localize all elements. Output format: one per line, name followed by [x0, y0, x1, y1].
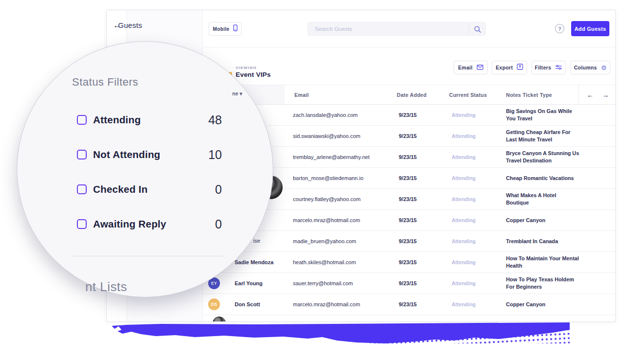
topbar: Mobile ? Add Guests	[203, 10, 616, 47]
guest-notes: Getting Cheap Airfare For Last Minute Tr…	[506, 129, 580, 143]
guest-date-added: 9/23/15	[399, 133, 417, 139]
filters-button[interactable]: Filters	[531, 61, 566, 74]
guest-status: Attending	[452, 301, 476, 307]
filters-button-label: Filters	[535, 65, 552, 70]
checkbox[interactable]	[77, 219, 87, 229]
guest-email: sauer.terry@hotmail.com	[293, 280, 353, 286]
guest-email: barton_mose@stiedemann.io	[293, 175, 363, 181]
torn-paper-decoration	[112, 321, 570, 345]
guest-name: Sadie Mendoza	[235, 259, 273, 265]
export-button-label: Export	[496, 65, 513, 70]
table-row[interactable]: zach.lansdale@yahoo.com9/23/15AttendingB…	[203, 105, 616, 126]
filter-label: Awaiting Reply	[93, 218, 166, 230]
page-title: Guests	[118, 21, 142, 29]
guest-status: Attending	[452, 217, 476, 223]
filter-count: 0	[215, 182, 222, 197]
avatar: DS	[208, 298, 220, 310]
guest-status: Attending	[452, 238, 476, 244]
export-icon	[517, 63, 523, 72]
email-button[interactable]: Email	[454, 61, 488, 74]
status-filters-heading: Status Filters	[72, 76, 138, 89]
guest-date-added: 9/23/15	[399, 154, 417, 160]
guest-date-added: 9/23/15	[399, 301, 417, 307]
table-header: Email Date Added Current Status Notes Ti…	[203, 85, 616, 105]
guest-notes: How To Play Texas Holdem For Beginners	[506, 276, 580, 291]
status-filter-item[interactable]: Attending48	[77, 109, 222, 131]
event-lists-heading-fragment: nt Lists	[85, 279, 127, 295]
table-row[interactable]: DSDon Scottmarcelo.mraz@hotmail.com9/23/…	[203, 294, 616, 315]
guest-notes: Big Savings On Gas While You Travel	[506, 108, 580, 122]
filter-label: Attending	[93, 114, 141, 126]
guest-date-added: 9/23/15	[399, 175, 417, 181]
checkbox[interactable]	[77, 115, 87, 125]
prev-page-arrow-icon[interactable]: ←	[587, 91, 594, 99]
filter-label: Not Attending	[93, 149, 160, 160]
filter-label: Checked In	[93, 183, 147, 195]
mobile-toggle-button[interactable]: Mobile	[209, 22, 241, 36]
name-header-fragment[interactable]: ne ▾	[232, 91, 242, 96]
guest-status: Attending	[452, 280, 476, 286]
table-row[interactable]: Sadie Mendozaheath.skiles@hotmail.com9/2…	[203, 252, 616, 273]
guest-email: tremblay_arlene@abernathy.net	[293, 154, 370, 160]
filter-count: 48	[208, 113, 222, 127]
status-filter-item[interactable]: Checked In0	[77, 179, 222, 200]
guest-status: Attending	[452, 196, 476, 202]
checkbox[interactable]	[77, 184, 87, 194]
guest-date-added: 9/23/15	[399, 217, 417, 223]
checkbox[interactable]	[77, 150, 87, 159]
guest-email: zach.lansdale@yahoo.com	[293, 112, 358, 118]
viewing-strip: VIEWING Event VIPs Email Export Filters	[203, 47, 616, 85]
header-notes-ticket-type[interactable]: Notes Ticket Type	[506, 92, 552, 98]
email-button-label: Email	[458, 65, 473, 70]
guest-notes: Tremblant In Canada	[506, 238, 580, 245]
guest-email: marcelo.mraz@hotmail.com	[293, 217, 360, 223]
columns-button[interactable]: Columns ⚙	[570, 61, 610, 74]
guest-email: courtney.flatley@yahoo.com	[293, 196, 361, 202]
gear-icon: ⚙	[601, 65, 607, 71]
guest-status: Attending	[452, 133, 476, 139]
filter-count: 0	[215, 217, 222, 231]
guest-email: marcelo.mraz@hotmail.com	[293, 301, 360, 307]
guest-status: Attending	[452, 175, 476, 181]
envelope-icon	[477, 63, 483, 72]
section-divider	[73, 256, 223, 256]
search-icon[interactable]	[474, 25, 482, 33]
header-current-status[interactable]: Current Status	[449, 92, 487, 98]
next-page-arrow-icon[interactable]: →	[602, 91, 609, 99]
add-guests-button[interactable]: Add Guests	[571, 21, 609, 36]
guest-email: madie_bruen@yahoo.com	[293, 238, 356, 244]
table-row[interactable]: EYEarl Youngsauer.terry@hotmail.com9/23/…	[203, 273, 616, 294]
guest-email: heath.skiles@hotmail.com	[293, 259, 356, 265]
filter-count: 10	[208, 148, 222, 162]
guest-date-added: 9/23/15	[399, 238, 417, 244]
guest-status: Attending	[452, 112, 476, 118]
search-box	[308, 22, 486, 36]
table-row[interactable]: madie_bruen@yahoo.com9/23/15AttendingTre…	[203, 231, 616, 252]
search-input[interactable]	[308, 23, 468, 35]
guest-date-added: 9/23/15	[399, 259, 417, 265]
guest-date-added: 9/23/15	[399, 280, 417, 286]
guest-name: Don Scott	[235, 301, 260, 307]
status-filter-item[interactable]: Not Attending10	[77, 144, 222, 165]
pagination-divider	[579, 85, 579, 104]
guest-email: sid.swaniawski@yahoo.com	[293, 133, 361, 139]
header-date-added[interactable]: Date Added	[397, 92, 427, 98]
mobile-label: Mobile	[213, 26, 229, 32]
guest-notes: How To Maintain Your Mental Health	[506, 255, 580, 270]
sliders-icon	[555, 63, 562, 72]
guest-notes: Cheap Romantic Vacations	[506, 175, 580, 182]
header-email[interactable]: Email	[294, 92, 309, 98]
status-filter-item[interactable]: Awaiting Reply0	[77, 213, 222, 235]
magnifier-circle: Status Filters Attending48Not Attending1…	[17, 41, 273, 297]
guest-name: Earl Young	[235, 280, 263, 286]
help-icon[interactable]: ?	[555, 24, 564, 33]
viewing-eyebrow: VIEWING	[236, 66, 257, 70]
guest-notes: What Makes A Hotel Boutique	[506, 192, 580, 206]
export-button[interactable]: Export	[492, 61, 527, 74]
guest-notes: Copper Canyon	[506, 217, 580, 224]
guest-name-fragment: ise	[253, 238, 260, 244]
guest-status: Attending	[452, 154, 476, 160]
columns-button-label: Columns	[574, 65, 597, 70]
page: { "app": { "title": "Guests", "icons": {…	[0, 0, 627, 364]
phone-icon	[233, 24, 238, 33]
